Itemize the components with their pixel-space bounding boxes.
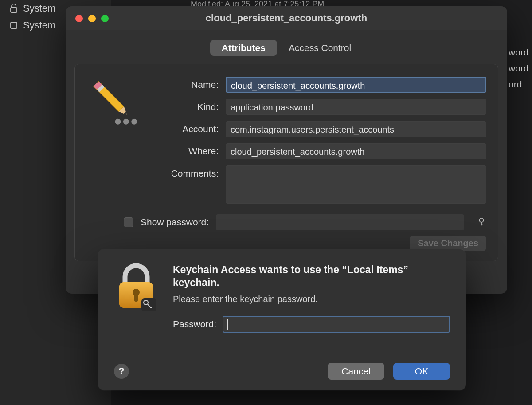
password-display-field[interactable] xyxy=(216,214,464,230)
tab-attributes[interactable]: Attributes xyxy=(210,40,277,56)
comments-field[interactable] xyxy=(226,165,486,204)
background-list-partial: word word ord xyxy=(508,44,532,92)
sidebar-item-label: System xyxy=(23,20,55,31)
help-button[interactable]: ? xyxy=(114,364,129,379)
show-password-row: Show password: xyxy=(86,214,486,230)
tab-access-control[interactable]: Access Control xyxy=(277,40,363,56)
ok-button[interactable]: OK xyxy=(393,363,450,380)
svg-point-11 xyxy=(480,218,484,222)
auth-subtext: Please enter the keychain password. xyxy=(173,294,450,304)
svg-rect-2 xyxy=(12,24,16,24)
attribute-fields: Name: cloud_persistent_accounts.growth K… xyxy=(152,77,486,204)
close-window-button[interactable] xyxy=(75,15,83,22)
svg-point-10 xyxy=(131,119,137,125)
show-password-label: Show password: xyxy=(141,217,209,228)
show-password-checkbox[interactable] xyxy=(124,217,133,227)
attributes-panel: Name: cloud_persistent_accounts.growth K… xyxy=(74,64,498,261)
pencil-icon xyxy=(89,77,137,130)
zoom-window-button[interactable] xyxy=(101,15,109,22)
kind-field: application password xyxy=(226,99,486,115)
auth-password-label: Password: xyxy=(173,319,216,330)
window-title: cloud_persistent_accounts.growth xyxy=(206,12,367,24)
svg-point-8 xyxy=(115,119,121,125)
auth-password-input[interactable] xyxy=(223,316,450,333)
name-field[interactable]: cloud_persistent_accounts.growth xyxy=(226,77,486,93)
svg-rect-15 xyxy=(134,294,138,302)
text-caret xyxy=(227,319,228,330)
key-icon[interactable] xyxy=(477,217,486,227)
padlock-icon xyxy=(114,263,160,315)
lock-icon xyxy=(10,4,18,13)
certificate-icon xyxy=(10,20,18,30)
where-label: Where: xyxy=(152,146,219,157)
minimize-window-button[interactable] xyxy=(88,15,96,22)
kind-label: Kind: xyxy=(152,102,219,112)
auth-heading: Keychain Access wants to use the “Local … xyxy=(173,263,450,290)
titlebar[interactable]: cloud_persistent_accounts.growth xyxy=(66,6,507,30)
svg-point-9 xyxy=(123,119,129,125)
svg-rect-16 xyxy=(141,298,156,311)
account-field[interactable]: com.instagram.users.persistent_accounts xyxy=(226,121,486,137)
save-changes-button[interactable]: Save Changes xyxy=(410,236,486,251)
comments-label: Comments: xyxy=(152,165,219,179)
sidebar-item-label: System xyxy=(23,3,55,14)
cancel-button[interactable]: Cancel xyxy=(328,363,384,380)
svg-rect-0 xyxy=(11,8,17,12)
keychain-unlock-dialog: Keychain Access wants to use the “Local … xyxy=(98,249,466,390)
name-label: Name: xyxy=(152,79,219,90)
account-label: Account: xyxy=(152,124,219,134)
svg-rect-1 xyxy=(11,22,17,28)
item-icon-area xyxy=(86,77,140,204)
where-field[interactable]: cloud_persistent_accounts.growth xyxy=(226,143,486,159)
tab-bar: Attributes Access Control xyxy=(66,40,507,56)
window-controls xyxy=(75,15,109,22)
